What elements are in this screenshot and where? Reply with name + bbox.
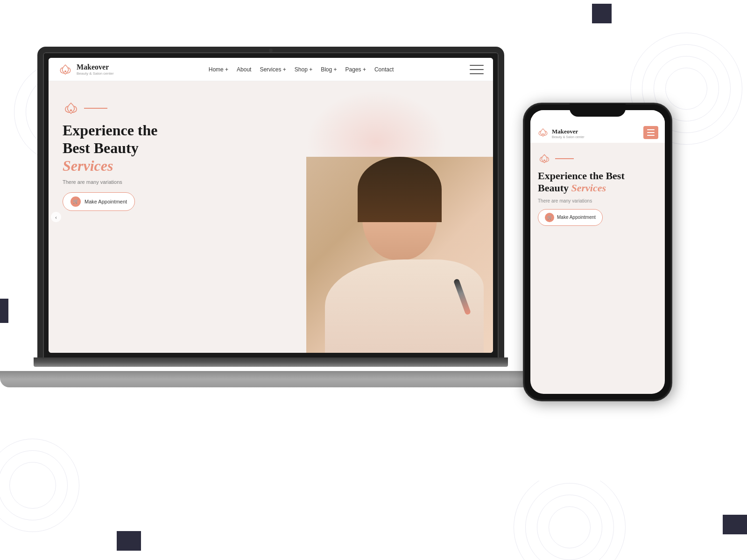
- phone-hero-lotus-icon: [538, 152, 551, 165]
- woman-hair: [358, 157, 442, 222]
- hero-content: Experience the Best Beauty Services Ther…: [63, 100, 158, 211]
- nav-pages[interactable]: Pages +: [345, 66, 366, 73]
- slider-prev-arrow[interactable]: ‹: [51, 212, 61, 222]
- phone-menu-button[interactable]: [643, 126, 658, 139]
- website-navbar: Makeover Beauty & Salon center Home + Ab…: [49, 58, 493, 81]
- nav-blog[interactable]: Blog +: [321, 66, 337, 73]
- phone-frame: Makeover Beauty & Salon center: [523, 103, 672, 401]
- phone-appointment-button[interactable]: 🛒 Make Appointment: [538, 209, 603, 226]
- hero-divider-line: [84, 108, 107, 109]
- hero-woman-image: [306, 157, 493, 353]
- phone-hero-line: [555, 158, 574, 159]
- nav-contact[interactable]: Contact: [374, 66, 394, 73]
- nav-shop[interactable]: Shop +: [295, 66, 312, 73]
- hero-description: There are many variations: [63, 179, 158, 185]
- phone-title-line2: Beauty: [538, 182, 569, 194]
- phone-brand-name: Makeover: [552, 128, 578, 135]
- nav-hamburger-icon[interactable]: [470, 65, 484, 74]
- phone-brand-tagline: Beauty & Salon center: [552, 135, 585, 139]
- phone-hero-title: Experience the Best Beauty Services: [538, 170, 657, 195]
- nav-about[interactable]: About: [237, 66, 251, 73]
- laptop-mockup: Makeover Beauty & Salon center Home + Ab…: [37, 47, 504, 364]
- hero-services-label: Services: [63, 157, 158, 175]
- laptop-camera: [269, 49, 273, 52]
- hero-title-line1: Experience the: [63, 122, 158, 139]
- deco-square-4: [723, 515, 747, 534]
- phone-hero-description: There are many variations: [538, 198, 657, 203]
- logo-lotus-icon: [58, 62, 73, 77]
- svg-point-3: [543, 160, 545, 161]
- laptop-screen: Makeover Beauty & Salon center Home + Ab…: [49, 58, 493, 353]
- phone-title-line1: Experience the Best: [538, 170, 625, 182]
- hero-lotus-icon: [63, 100, 79, 117]
- hero-title-line2: Best Beauty: [63, 140, 139, 156]
- phone-logo-text: Makeover Beauty & Salon center: [552, 127, 585, 139]
- logo-brand-name: Makeover: [77, 63, 109, 71]
- phone-logo-lotus-icon: [537, 126, 549, 139]
- nav-services[interactable]: Services +: [260, 66, 286, 73]
- deco-square-2: [0, 299, 8, 323]
- laptop-base: [0, 371, 542, 387]
- deco-square-3: [117, 531, 141, 551]
- logo-text: Makeover Beauty & Salon center: [77, 63, 114, 76]
- hero-lotus-decoration: [63, 100, 158, 117]
- phone-btn-icon: 🛒: [545, 213, 554, 222]
- nav-home[interactable]: Home +: [209, 66, 228, 73]
- svg-point-1: [70, 109, 72, 112]
- appointment-btn-label: Make Appointment: [85, 199, 127, 204]
- make-appointment-button[interactable]: 🛒 Make Appointment: [63, 192, 135, 211]
- phone-btn-label: Make Appointment: [557, 215, 596, 220]
- phone-mockup: Makeover Beauty & Salon center: [523, 103, 672, 401]
- deco-square-1: [592, 4, 612, 23]
- phone-notch: [570, 104, 626, 117]
- woman-shoulder: [325, 259, 484, 353]
- laptop-frame: Makeover Beauty & Salon center Home + Ab…: [37, 47, 504, 364]
- laptop-hinge: [34, 357, 508, 367]
- phone-hero-section: Experience the Best Beauty Services Ther…: [530, 143, 665, 235]
- appointment-btn-icon: 🛒: [70, 196, 81, 207]
- woman-figure: [306, 157, 493, 353]
- logo-tagline: Beauty & Salon center: [77, 71, 114, 76]
- circle-group-bottomright: [514, 481, 626, 560]
- phone-title-services: Services: [571, 182, 606, 194]
- site-logo-area: Makeover Beauty & Salon center: [58, 62, 133, 77]
- hero-title: Experience the Best Beauty: [63, 121, 158, 157]
- svg-point-0: [64, 70, 66, 72]
- circle-group-bottomleft: [0, 439, 79, 532]
- svg-point-2: [542, 133, 543, 135]
- phone-hero-lotus: [538, 152, 657, 165]
- phone-logo-area: Makeover Beauty & Salon center: [537, 126, 585, 139]
- phone-screen: Makeover Beauty & Salon center: [530, 110, 665, 394]
- hero-section: ‹ Experience the Best Bea: [49, 81, 493, 353]
- nav-links-container: Home + About Services + Shop + Blog + Pa…: [133, 66, 470, 73]
